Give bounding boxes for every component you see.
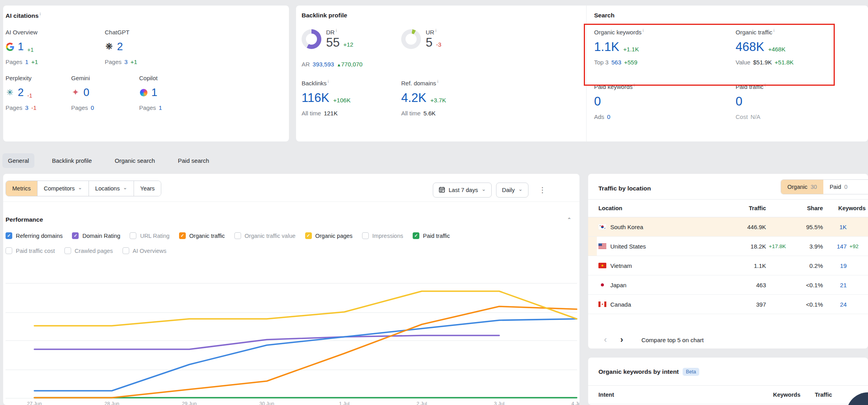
chevron-down-icon (123, 185, 127, 192)
chevron-down-icon (78, 185, 82, 192)
info-icon[interactable] (643, 28, 643, 33)
organic-paid-toggle: Organic30 Paid0 (781, 179, 868, 194)
keywords-value[interactable]: 19 (823, 262, 847, 269)
checkbox-ai-overviews[interactable]: AI Overviews (123, 247, 166, 254)
info-icon[interactable] (328, 79, 328, 84)
metric-value[interactable]: 2 (117, 41, 123, 53)
pages-label: Pages (6, 104, 23, 111)
granularity-button[interactable]: Daily (496, 183, 528, 198)
performance-card: Metrics Competitors Locations Years Last… (3, 174, 579, 405)
checkbox-paid-traffic[interactable]: Paid traffic (413, 232, 450, 239)
share-column-header[interactable]: Share (791, 205, 823, 211)
keywords-value[interactable]: 1K (823, 224, 847, 230)
info-icon[interactable] (765, 83, 766, 87)
checkbox-referring-domains[interactable]: Referring domains (6, 232, 62, 239)
backlinks-value[interactable]: 116K (302, 92, 329, 105)
kebab-menu-icon[interactable] (539, 186, 546, 194)
ads-value[interactable]: 0 (607, 113, 610, 120)
metric-value[interactable]: 1 (18, 41, 24, 53)
checkbox-paid-traffic-cost[interactable]: Paid traffic cost (6, 247, 55, 254)
location-row-vietnam[interactable]: Vietnam1.1K0.2%19 (588, 256, 868, 275)
pages-value[interactable]: 3 (25, 104, 28, 111)
tab-general[interactable]: General (2, 153, 34, 168)
competitors-filter-button[interactable]: Competitors (38, 181, 89, 196)
info-icon[interactable] (336, 28, 337, 33)
chart-line-domain-rating (34, 335, 499, 349)
copilot-icon (139, 88, 148, 97)
checkbox-label: Impressions (372, 233, 403, 239)
keywords-value[interactable]: 24 (823, 301, 847, 308)
checkbox-domain-rating[interactable]: Domain Rating (72, 232, 120, 239)
top3-value[interactable]: 563 (611, 59, 621, 66)
ref-domains-value[interactable]: 4.2K (401, 92, 426, 105)
pages-value[interactable]: 3 (125, 58, 128, 65)
paid-toggle-segment[interactable]: Paid0 (823, 180, 854, 194)
ar-value[interactable]: 393,593 (313, 61, 334, 68)
search-section: Search Organic keywords 1.1K+1.1K Top 35… (586, 6, 868, 141)
checkbox-organic-traffic[interactable]: Organic traffic (179, 232, 225, 239)
keywords-value[interactable]: 21 (823, 282, 847, 288)
traffic-value: 1.1K (707, 262, 766, 269)
pages-label: Pages (139, 104, 156, 111)
ur-donut (401, 29, 421, 49)
checkbox-crawled-pages[interactable]: Crawled pages (64, 247, 113, 254)
checkbox-url-rating[interactable]: URL Rating (130, 232, 169, 239)
pages-value[interactable]: 0 (91, 104, 94, 111)
pages-value[interactable]: 1 (25, 58, 28, 65)
value-delta: +51.8K (775, 59, 794, 66)
locations-filter-button[interactable]: Locations (89, 181, 134, 196)
organic-toggle-segment[interactable]: Organic30 (781, 180, 823, 194)
checkbox-box (305, 232, 312, 239)
google-icon (6, 42, 14, 51)
metrics-filter-button[interactable]: Metrics (6, 181, 38, 196)
metric-value[interactable]: 1 (151, 87, 157, 99)
ref-domains-metric: Ref. domains 4.2K+3.7K All time5.6K (401, 79, 586, 117)
info-icon[interactable] (437, 79, 438, 84)
metric-value[interactable]: 0 (83, 87, 89, 99)
pages-label: Pages (6, 58, 23, 65)
perplexity-icon (6, 88, 14, 97)
organic-keywords-value[interactable]: 1.1K (594, 41, 619, 54)
keywords-value[interactable]: 147 (823, 243, 847, 250)
metric-value[interactable]: 2 (18, 87, 24, 99)
info-icon[interactable] (634, 83, 635, 87)
info-icon[interactable] (436, 28, 436, 33)
collapse-icon[interactable] (567, 216, 572, 223)
location-row-south-korea[interactable]: South Korea446.9K95.5%1K (588, 217, 868, 237)
metric-label: Copilot (139, 75, 162, 81)
pages-value[interactable]: 1 (159, 104, 162, 111)
intent-table-header: Intent Keywords Traffic (588, 385, 868, 404)
keywords-column-header[interactable]: Keywords (823, 205, 866, 211)
metric-checkbox-row-1: Referring domainsDomain RatingURL Rating… (6, 232, 450, 239)
dr-donut (302, 29, 321, 49)
checkbox-organic-traffic-value[interactable]: Organic traffic value (234, 232, 296, 239)
years-filter-button[interactable]: Years (134, 181, 161, 196)
location-name: South Korea (610, 224, 643, 230)
compare-top5-link[interactable]: Compare top 5 on chart (642, 337, 704, 343)
beta-badge: Beta (683, 368, 699, 376)
location-row-canada[interactable]: Canada397<0.1%24 (588, 295, 868, 314)
backlinks-metric: Backlinks 116K+106K All time121K (302, 79, 401, 117)
checkbox-organic-pages[interactable]: Organic pages (305, 232, 353, 239)
paid-keywords-value[interactable]: 0 (594, 95, 601, 108)
tab-backlink-profile[interactable]: Backlink profile (46, 153, 97, 168)
checkbox-label: URL Rating (140, 233, 169, 239)
info-icon[interactable] (774, 28, 774, 33)
tab-paid-search[interactable]: Paid search (172, 153, 215, 168)
info-icon[interactable] (40, 12, 41, 16)
traffic-by-location-title: Traffic by location (598, 185, 651, 192)
next-page-icon[interactable] (620, 335, 623, 345)
location-row-japan[interactable]: Japan463<0.1%21 (588, 275, 868, 295)
tab-organic-search[interactable]: Organic search (109, 153, 160, 168)
traffic-column-header[interactable]: Traffic (707, 205, 766, 211)
metric-delta: -1 (27, 92, 32, 99)
location-cell: Japan (598, 282, 707, 288)
keywords-delta: +92 (847, 243, 866, 249)
performance-chart: 27 Jun28 Jun29 Jun30 Jun1 Jul2 Jul3 Jul4… (3, 259, 579, 405)
organic-traffic-value[interactable]: 468K (736, 41, 764, 54)
location-row-united-states[interactable]: United States18.2K+17.8K3.9%147+92 (588, 237, 868, 256)
paid-traffic-value[interactable]: 0 (736, 95, 742, 108)
checkbox-impressions[interactable]: Impressions (362, 232, 403, 239)
prev-page-icon[interactable] (604, 335, 607, 345)
date-range-button[interactable]: Last 7 days (433, 183, 492, 198)
